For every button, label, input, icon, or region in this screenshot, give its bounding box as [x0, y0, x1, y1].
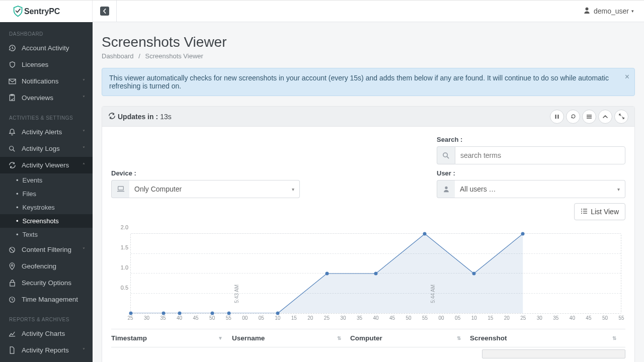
- sidebar-subitem-files[interactable]: •Files: [0, 187, 93, 201]
- sidebar-item-activity-viewers[interactable]: Activity Viewers˄: [0, 157, 93, 173]
- user-name: demo_user: [594, 7, 629, 15]
- col-computer[interactable]: Computer⇅: [350, 329, 470, 347]
- chevron-down-icon: ˅: [83, 247, 85, 252]
- breadcrumb: Dashboard / Screenshots Viewer: [102, 52, 635, 60]
- refresh-icon: [108, 112, 116, 121]
- collapse-up-button[interactable]: [598, 110, 612, 124]
- sidebar-item-notifications[interactable]: Notifications˅: [0, 73, 93, 89]
- sidebar-item-label: Account Activity: [22, 44, 69, 52]
- list-view-button[interactable]: List View: [574, 203, 625, 220]
- breadcrumb-item[interactable]: Dashboard: [102, 52, 134, 60]
- sidebar-item-label: Security Options: [22, 279, 71, 287]
- sidebar-item-label: Activity Reports: [22, 346, 69, 354]
- chart-point[interactable]: [423, 232, 427, 236]
- sidebar-item-label: Texts: [23, 231, 38, 238]
- search-input[interactable]: [455, 146, 625, 164]
- history-icon: [8, 44, 17, 52]
- bullet-icon: •: [16, 231, 19, 238]
- refresh-button[interactable]: [566, 110, 580, 124]
- user-select[interactable]: All users … ▾: [437, 180, 625, 198]
- laptop-icon: [111, 180, 129, 198]
- sidebar-item-account-activity[interactable]: Account Activity: [0, 40, 93, 56]
- col-timestamp[interactable]: Timestamp▼: [111, 329, 232, 347]
- table-header: Timestamp▼ Username⇅ Computer⇅ Screensho…: [111, 329, 625, 347]
- sidebar-item-time-management[interactable]: Time Management: [0, 291, 93, 308]
- sort-desc-icon: ▼: [218, 335, 223, 341]
- chart-point[interactable]: [129, 312, 133, 315]
- chart-point[interactable]: [227, 312, 230, 315]
- bullet-icon: •: [16, 190, 19, 198]
- sort-icon: ⇅: [457, 335, 461, 341]
- search-icon: [437, 146, 455, 164]
- close-icon[interactable]: ×: [625, 72, 629, 81]
- sidebar-item-overviews[interactable]: Overviews˅: [0, 89, 93, 106]
- chevron-up-icon: ˄: [83, 162, 85, 168]
- sort-icon: ⇅: [612, 335, 616, 341]
- sidebar-item-licenses[interactable]: Licenses: [0, 56, 93, 73]
- clock-icon: [8, 296, 17, 303]
- x-tick: 15: [291, 315, 297, 321]
- x-tick: 35: [553, 315, 558, 321]
- svg-rect-12: [557, 115, 558, 119]
- collapse-sidebar-button[interactable]: [93, 1, 117, 22]
- chart-point[interactable]: [521, 232, 525, 236]
- menu-button[interactable]: [582, 110, 596, 124]
- table-row[interactable]: [111, 347, 625, 360]
- bullet-icon: •: [16, 217, 19, 225]
- sidebar-subitem-keystrokes[interactable]: •Keystrokes: [0, 201, 93, 214]
- x-tick: 45: [389, 315, 395, 321]
- sidebar-item-activity-charts[interactable]: Activity Charts: [0, 325, 93, 342]
- col-username[interactable]: Username⇅: [232, 329, 350, 347]
- sidebar-item-label: Keystrokes: [23, 204, 55, 211]
- device-label: Device :: [111, 169, 300, 177]
- panel-header: Updates in : 13s: [102, 107, 634, 127]
- search-icon: [8, 145, 17, 152]
- sidebar-item-label: Activity Viewers: [22, 161, 69, 169]
- svg-point-20: [445, 187, 447, 189]
- sidebar-item-geofencing[interactable]: Geofencing: [0, 258, 93, 275]
- page-title: Screenshots Viewer: [102, 34, 635, 50]
- chart-point[interactable]: [162, 312, 165, 315]
- alert-text: This viewer automatically checks for new…: [109, 74, 609, 90]
- x-tick: 35: [160, 315, 166, 321]
- pause-button[interactable]: [550, 110, 564, 124]
- x-tick: 30: [144, 315, 149, 321]
- nav-section-title: REPORTS & ARCHIVES: [0, 308, 93, 325]
- fullscreen-button[interactable]: [614, 110, 628, 124]
- chart-point[interactable]: [374, 272, 378, 276]
- sidebar-subitem-texts[interactable]: •Texts: [0, 228, 93, 241]
- chevron-down-icon: ˅: [83, 146, 85, 151]
- y-tick: 2.0: [121, 224, 128, 230]
- svg-rect-0: [9, 79, 15, 83]
- sidebar-item-activity-alerts[interactable]: Activity Alerts˅: [0, 124, 93, 140]
- sidebar-subitem-screenshots[interactable]: •Screenshots: [0, 214, 93, 228]
- x-tick: 15: [488, 315, 493, 321]
- sidebar: SentryPC DASHBOARDAccount ActivityLicens…: [0, 1, 93, 362]
- sidebar-subitem-events[interactable]: •Events: [0, 173, 93, 187]
- user-menu[interactable]: demo_user ▾: [573, 7, 644, 16]
- x-tick: 10: [275, 315, 280, 321]
- list-view-label: List View: [591, 208, 619, 216]
- svg-point-21: [581, 209, 582, 210]
- x-tick: 30: [340, 315, 346, 321]
- chart-point[interactable]: [211, 312, 214, 315]
- bullet-icon: •: [16, 204, 19, 211]
- x-tick: 20: [504, 315, 510, 321]
- sidebar-item-content-filtering[interactable]: Content Filtering˅: [0, 241, 93, 258]
- brand-logo[interactable]: SentryPC: [0, 1, 93, 22]
- screenshot-thumbnail[interactable]: [482, 349, 625, 358]
- x-tick: 40: [373, 315, 378, 321]
- sidebar-item-activity-logs[interactable]: Activity Logs˅: [0, 140, 93, 157]
- sidebar-item-label: Files: [23, 190, 36, 198]
- chart-point[interactable]: [472, 272, 475, 276]
- svg-point-3: [10, 146, 14, 150]
- x-tick: 40: [177, 315, 182, 321]
- device-select[interactable]: Only Computer ▾: [111, 180, 300, 198]
- col-screenshot[interactable]: Screenshot⇅: [470, 329, 625, 347]
- nav-section-title: ACTIVITIES & SETTINGS: [0, 106, 93, 124]
- chart-point[interactable]: [178, 312, 182, 315]
- sidebar-item-security-options[interactable]: Security Options: [0, 275, 93, 291]
- sidebar-item-activity-reports[interactable]: Activity Reports˅: [0, 342, 93, 358]
- chart-point[interactable]: [276, 312, 280, 315]
- chart-point[interactable]: [325, 272, 329, 276]
